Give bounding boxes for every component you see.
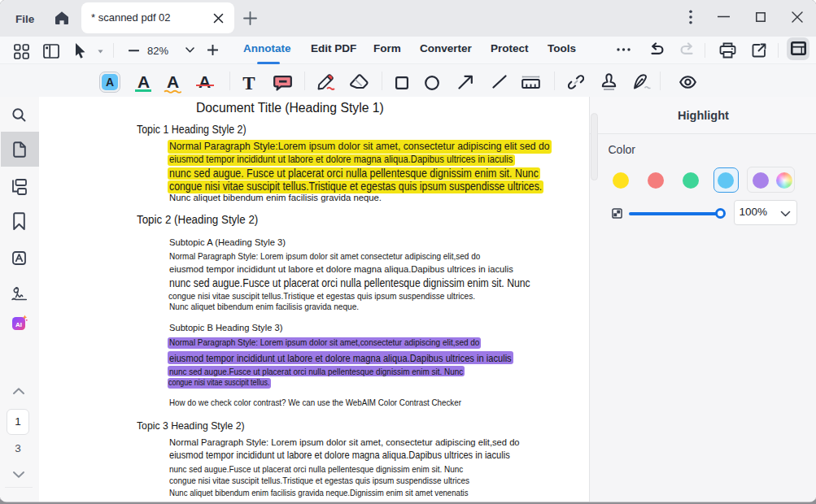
svg-text:AI: AI bbox=[15, 321, 22, 328]
